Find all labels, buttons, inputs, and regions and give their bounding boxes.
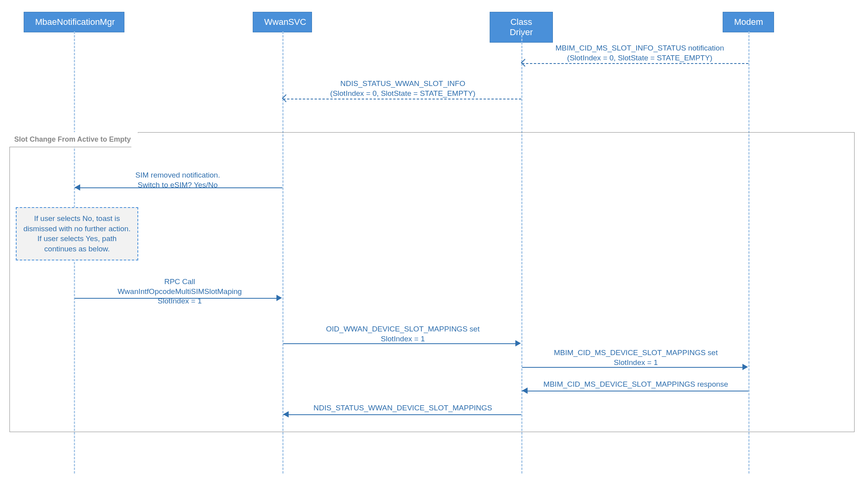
- participant-wwansvc: WwanSVC: [253, 12, 312, 32]
- arrowhead-m4: [276, 295, 282, 301]
- label-m6-l2: SlotIndex = 1: [614, 358, 658, 367]
- arrowhead-m3: [75, 184, 80, 191]
- label-m7: MBIM_CID_MS_DEVICE_SLOT_MAPPINGS respons…: [533, 380, 738, 389]
- arrowhead-m8: [283, 411, 289, 417]
- arrowhead-m6: [742, 364, 748, 370]
- label-m2: NDIS_STATUS_WWAN_SLOT_INFO (SlotIndex = …: [292, 79, 513, 98]
- arrow-m8: [283, 414, 521, 415]
- sequence-diagram: MbaeNotificationMgr WwanSVC Class Driver…: [0, 0, 868, 481]
- label-m5-l2: SlotIndex = 1: [381, 335, 425, 343]
- label-m4: RPC Call WwanIntfOpcodeMultiSIMSlotMapin…: [91, 277, 269, 306]
- label-m1-l2: (SlotIndex = 0, SlotState = STATE_EMPTY): [567, 54, 712, 62]
- arrow-m2: [283, 99, 521, 99]
- label-m8: NDIS_STATUS_WWAN_DEVICE_SLOT_MAPPINGS: [300, 403, 505, 413]
- arrowhead-m7: [522, 387, 528, 394]
- label-m7-l1: MBIM_CID_MS_DEVICE_SLOT_MAPPINGS respons…: [543, 380, 728, 388]
- label-m3: SIM removed notification. Switch to eSIM…: [87, 170, 269, 190]
- arrow-m7: [522, 391, 748, 391]
- label-m5-l1: OID_WWAN_DEVICE_SLOT_MAPPINGS set: [326, 325, 480, 333]
- label-m1: MBIM_CID_MS_SLOT_INFO_STATUS notificatio…: [533, 43, 746, 63]
- note-user-selection: If user selects No, toast is dismissed w…: [16, 207, 138, 260]
- label-m4-l1: RPC Call: [164, 277, 195, 286]
- label-m4-l2: WwanIntfOpcodeMultiSIMSlotMaping: [118, 287, 242, 296]
- frame-label: Slot Change From Active to Empty: [9, 132, 138, 147]
- label-m4-l3: SlotIndex = 1: [158, 297, 201, 305]
- label-m2-l2: (SlotIndex = 0, SlotState = STATE_EMPTY): [330, 89, 475, 97]
- label-m3-l1: SIM removed notification.: [135, 171, 220, 179]
- participant-mbae: MbaeNotificationMgr: [24, 12, 124, 32]
- label-m2-l1: NDIS_STATUS_WWAN_SLOT_INFO: [340, 79, 465, 88]
- label-m8-l1: NDIS_STATUS_WWAN_DEVICE_SLOT_MAPPINGS: [314, 404, 492, 412]
- label-m1-l1: MBIM_CID_MS_SLOT_INFO_STATUS notificatio…: [556, 44, 724, 52]
- label-m5: OID_WWAN_DEVICE_SLOT_MAPPINGS set SlotIn…: [292, 324, 513, 344]
- label-m6-l1: MBIM_CID_MS_DEVICE_SLOT_MAPPINGS set: [554, 348, 718, 357]
- arrowhead-m5: [515, 340, 521, 346]
- participant-modem: Modem: [723, 12, 774, 32]
- label-m6: MBIM_CID_MS_DEVICE_SLOT_MAPPINGS set Slo…: [529, 348, 742, 367]
- label-m3-l2: Switch to eSIM? Yes/No: [138, 181, 218, 189]
- arrow-m1: [522, 63, 748, 64]
